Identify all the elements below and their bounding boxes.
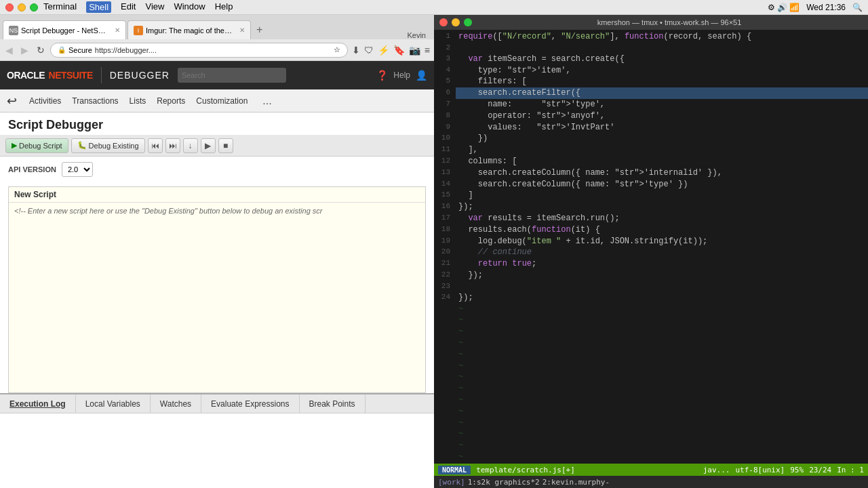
line-content <box>456 43 868 54</box>
menu-shell[interactable]: Shell <box>86 1 111 13</box>
line-content: log.debug("item " + it.id, JSON.stringif… <box>456 236 868 247</box>
script-editor-area[interactable]: New Script <!-- Enter a new script here … <box>8 186 426 393</box>
code-line: 20 // continue <box>434 247 868 258</box>
minimize-button[interactable] <box>18 3 26 12</box>
tilde-line: ~ <box>434 371 868 383</box>
bookmark-icon[interactable]: ☆ <box>334 45 340 54</box>
toolbar-icon-4[interactable]: 🔖 <box>392 43 406 57</box>
api-version-label: API VERSION <box>8 165 56 174</box>
back-button[interactable]: ◀ <box>3 43 16 57</box>
code-line: 4 type: "str">'item', <box>434 65 868 77</box>
browser-tab-2[interactable]: I Imgur: The magic of the Intern... ✕ <box>127 20 251 39</box>
line-number: 8 <box>434 110 456 122</box>
toolbar-icon-5[interactable]: 📷 <box>408 43 422 57</box>
search-input[interactable] <box>178 68 286 83</box>
maximize-button[interactable] <box>30 3 38 12</box>
tilde-char: ~ <box>456 314 463 326</box>
help-icon[interactable]: ❓ <box>376 70 388 81</box>
debugger-label: DEBUGGER <box>110 70 170 81</box>
log-tab-execution[interactable]: Execution Log <box>0 394 76 413</box>
nav-activities[interactable]: Activities <box>29 91 61 111</box>
nav-customization[interactable]: Customization <box>196 91 248 111</box>
vim-filename: template/scratch.js[+] <box>476 466 698 474</box>
reload-button[interactable]: ↻ <box>34 43 47 57</box>
toolbar-icon-stop[interactable]: ■ <box>218 138 233 153</box>
browser-tab-1[interactable]: NS Script Debugger - NetSuite (S... ✕ <box>3 20 126 39</box>
line-number: 11 <box>434 144 456 156</box>
vim-percent: 95% <box>790 466 804 474</box>
new-tab-button[interactable]: + <box>252 20 267 39</box>
menu-terminal[interactable]: Terminal <box>43 1 77 13</box>
line-number: 2 <box>434 43 456 54</box>
tilde-line: ~ <box>434 440 868 451</box>
tilde-char: ~ <box>456 349 463 361</box>
toolbar-icon-step-into[interactable]: ↓ <box>183 138 198 153</box>
toolbar-icon-play[interactable]: ▶ <box>201 138 216 153</box>
script-area-body[interactable]: <!-- Enter a new script here or use the … <box>9 203 425 392</box>
toolbar-icon-step-back[interactable]: ⏮ <box>148 138 163 153</box>
code-line: 10 }) <box>434 133 868 144</box>
toolbar-icon-1[interactable]: ⬇ <box>351 43 361 57</box>
nav-reports[interactable]: Reports <box>157 91 185 111</box>
nav-back-icon[interactable]: ↩ <box>7 94 17 108</box>
line-number: 22 <box>434 270 456 281</box>
code-line: 19 log.debug("item " + it.id, JSON.strin… <box>434 236 868 247</box>
log-body <box>0 413 434 488</box>
term-maximize[interactable] <box>464 18 472 26</box>
nav-lists[interactable]: Lists <box>130 91 146 111</box>
tab-close-2[interactable]: ✕ <box>239 26 245 34</box>
tmux-pane-1[interactable]: 1:s2k graphics*2 <box>468 478 540 487</box>
code-line: 5 filters: [ <box>434 76 868 87</box>
address-bar[interactable]: 🔒 Secure https://debugger.... ☆ <box>50 43 348 58</box>
browser-toolbar: ◀ ▶ ↻ 🔒 Secure https://debugger.... ☆ ⬇ … <box>0 39 434 61</box>
toolbar-icon-step-over[interactable]: ⏭ <box>165 138 180 153</box>
line-content: var results = itemSearch.run(); <box>456 213 868 224</box>
tilde-char: ~ <box>456 371 463 383</box>
line-number: 5 <box>434 76 456 87</box>
debug-script-label: Debug Script <box>19 142 62 150</box>
nav-more-button[interactable]: ... <box>262 95 271 107</box>
toolbar-icon-3[interactable]: ⚡ <box>376 43 391 57</box>
line-number: 3 <box>434 54 456 65</box>
log-tabs: Execution Log Local Variables Watches Ev… <box>0 394 434 413</box>
line-content: ], <box>456 144 868 156</box>
log-tab-watches[interactable]: Watches <box>151 394 201 413</box>
menu-help[interactable]: Help <box>215 1 233 13</box>
debug-existing-icon: 🐛 <box>77 141 87 150</box>
terminal-body[interactable]: 1require(["N/record", "N/search"], funct… <box>434 30 868 464</box>
vim-mode: NORMAL <box>438 466 471 474</box>
code-editor[interactable]: 1require(["N/record", "N/search"], funct… <box>434 31 868 464</box>
toolbar-icon-6[interactable]: ≡ <box>423 43 431 57</box>
log-tab-evaluate[interactable]: Evaluate Expressions <box>201 394 299 413</box>
global-search[interactable] <box>178 68 286 83</box>
term-minimize[interactable] <box>452 18 460 26</box>
url-text: https://debugger.... <box>95 46 331 54</box>
menu-view[interactable]: View <box>145 1 164 13</box>
code-line: 17 var results = itemSearch.run(); <box>434 213 868 224</box>
toolbar-icon-2[interactable]: 🛡 <box>363 43 375 57</box>
term-close[interactable] <box>439 18 448 26</box>
tab-close-1[interactable]: ✕ <box>115 26 120 34</box>
line-content: }); <box>456 201 868 213</box>
nav-transactions[interactable]: Transactions <box>72 91 118 111</box>
forward-button[interactable]: ▶ <box>18 43 31 57</box>
log-tab-local-vars[interactable]: Local Variables <box>76 394 151 413</box>
code-line: 12 columns: [ <box>434 156 868 167</box>
line-content: ] <box>456 190 868 201</box>
log-tab-breakpoints[interactable]: Break Points <box>300 394 366 413</box>
api-version-select[interactable]: 2.0 <box>62 162 93 177</box>
user-icon[interactable]: 👤 <box>416 70 427 81</box>
user-profile[interactable]: Kevin <box>401 31 431 39</box>
code-line: 22 }); <box>434 270 868 281</box>
search-icon[interactable]: 🔍 <box>852 3 863 12</box>
line-content: results.each(function(it) { <box>456 224 868 236</box>
debug-script-button[interactable]: ▶ Debug Script <box>5 138 68 153</box>
debug-existing-button[interactable]: 🐛 Debug Existing <box>71 138 145 153</box>
tilde-char: ~ <box>456 326 463 338</box>
tmux-pane-2[interactable]: 2:kevin.murphy- <box>542 478 610 487</box>
line-number: 17 <box>434 213 456 224</box>
menu-edit[interactable]: Edit <box>121 1 136 13</box>
tilde-line: ~ <box>434 406 868 418</box>
close-button[interactable] <box>5 3 14 12</box>
menu-window[interactable]: Window <box>174 1 205 13</box>
